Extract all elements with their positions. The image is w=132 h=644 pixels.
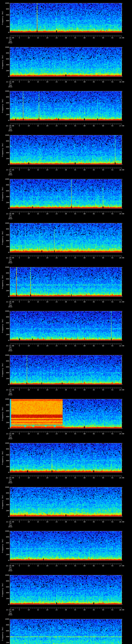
y-tick-label: 200 (3, 642, 9, 643)
x-tick-label: 40 (84, 345, 86, 346)
y-tick-label: 0 (3, 604, 9, 605)
x-tick-label: 55 (112, 389, 114, 391)
y-tick-label: 800 (3, 624, 9, 626)
y-axis-title: Frequency (Hz) (2, 55, 3, 69)
x-tick-label: 30 (65, 37, 67, 39)
date-line: 2015 (8, 482, 12, 484)
y-tick-label: 0 (3, 340, 9, 341)
date-line: 2015 (8, 614, 12, 616)
y-tick-label: 200 (3, 246, 9, 248)
x-tick-label: 15 (37, 169, 39, 171)
y-tick-label: 800 (3, 580, 9, 582)
x-tick-label: 20 (46, 345, 48, 346)
x-tick-label: 5 (19, 521, 20, 523)
x-tick-label: 10 (28, 565, 30, 566)
x-tick-label: 20 (46, 433, 48, 434)
date-line: 2015 (8, 86, 12, 88)
y-tick-label: 200 (3, 290, 9, 292)
y-axis-title: Frequency (Hz) (2, 451, 3, 465)
spectrogram-panel: Frequency (Hz) 1000800600400200022:24:00… (0, 440, 132, 484)
x-tick-label: 35 (74, 433, 76, 434)
y-tick-label: 0 (3, 76, 9, 77)
y-tick-label: 1000 (3, 2, 9, 4)
y-tick-label: 600 (3, 586, 9, 588)
x-tick-label: 55 (112, 345, 114, 346)
x-tick-label: 35 (74, 345, 76, 346)
x-tick-label: 30 (65, 477, 67, 478)
y-axis-title: Frequency (Hz) (2, 11, 3, 25)
date-line: 2015 (8, 42, 12, 44)
x-tick-label: 40 (84, 81, 86, 83)
x-tick-label: 5 (19, 565, 20, 566)
y-tick-label: 1000 (3, 222, 9, 224)
y-tick-label: 600 (3, 322, 9, 324)
date-line: 2015 (8, 570, 12, 572)
x-tick-label: 55 (112, 81, 114, 83)
x-tick-label: 45 (93, 301, 95, 303)
x-tick-label: 20 (46, 81, 48, 83)
x-tick-label: 30 (65, 169, 67, 171)
spectrogram-panel: Frequency (Hz) 1000800600400200022:16:00… (0, 88, 132, 132)
x-tick-label: 15 (37, 565, 39, 566)
x-tick-label: 20 (46, 257, 48, 259)
x-tick-label: 20 (46, 169, 48, 171)
x-tick-label: 45 (93, 389, 95, 391)
y-axis-title: Frequency (Hz) (2, 231, 3, 245)
x-tick-label: 5 (19, 301, 20, 303)
x-tick-label: 25 (56, 565, 58, 566)
x-tick-label: 25 (56, 477, 58, 478)
spectrogram-panel: Frequency (Hz) 1000800600400200022:15:00… (0, 44, 132, 88)
x-tick-label: 30 (65, 521, 67, 523)
y-tick-label: 800 (3, 52, 9, 54)
x-tick-label: 20 (46, 565, 48, 566)
y-tick-label: 0 (3, 384, 9, 385)
y-tick-label: 1000 (3, 486, 9, 488)
y-tick-label: 0 (3, 516, 9, 517)
x-tick-label: 50 (102, 521, 104, 523)
x-tick-label: 50 (102, 565, 104, 566)
y-tick-label: 400 (3, 284, 9, 286)
y-tick-label: 800 (3, 96, 9, 98)
y-tick-label: 1000 (3, 618, 9, 620)
x-tick-label: 35 (74, 81, 76, 83)
x-tick-label: 25 (56, 213, 58, 214)
spectrogram-panel: Frequency (Hz) 1000800600400200022:25:00… (0, 484, 132, 528)
y-tick-label: 600 (3, 410, 9, 412)
x-tick-label-end: 26:00 (119, 521, 124, 523)
x-tick-label: 45 (93, 169, 95, 171)
x-tick-label: 25 (56, 521, 58, 523)
y-tick-label: 800 (3, 448, 9, 450)
x-tick-label: 25 (56, 609, 58, 611)
x-tick-label: 10 (28, 301, 30, 303)
y-axis-title: Frequency (Hz) (2, 319, 3, 333)
x-tick-label: 35 (74, 609, 76, 611)
x-tick-label: 35 (74, 169, 76, 171)
y-tick-label: 400 (3, 196, 9, 198)
y-tick-label: 0 (3, 560, 9, 561)
x-tick-label: 25 (56, 257, 58, 259)
date-line: 2015 (8, 306, 12, 308)
y-tick-label: 200 (3, 598, 9, 600)
x-tick-label: 5 (19, 609, 20, 611)
y-axis-title: Frequency (Hz) (2, 627, 3, 641)
x-tick-label: 45 (93, 37, 95, 39)
x-tick-label-end: 17:00 (119, 125, 124, 126)
x-tick-label: 10 (28, 37, 30, 39)
x-tick-label: 25 (56, 37, 58, 39)
x-tick-label: 35 (74, 125, 76, 126)
x-tick-label-end: 20:00 (119, 257, 124, 259)
spectrogram-panel: Frequency (Hz) 1000800600400200022:18:00… (0, 176, 132, 220)
y-tick-label: 0 (3, 164, 9, 165)
x-tick-label: 40 (84, 433, 86, 434)
x-tick-label: 10 (28, 345, 30, 346)
x-tick-label: 15 (37, 477, 39, 478)
x-tick-label: 5 (19, 345, 20, 346)
y-axis-title: Frequency (Hz) (2, 187, 3, 201)
x-tick-label: 50 (102, 609, 104, 611)
y-tick-label: 800 (3, 492, 9, 494)
x-tick-label: 35 (74, 389, 76, 391)
y-tick-label: 400 (3, 20, 9, 22)
y-tick-label: 400 (3, 240, 9, 242)
y-tick-label: 800 (3, 404, 9, 406)
x-tick-label: 40 (84, 565, 86, 566)
